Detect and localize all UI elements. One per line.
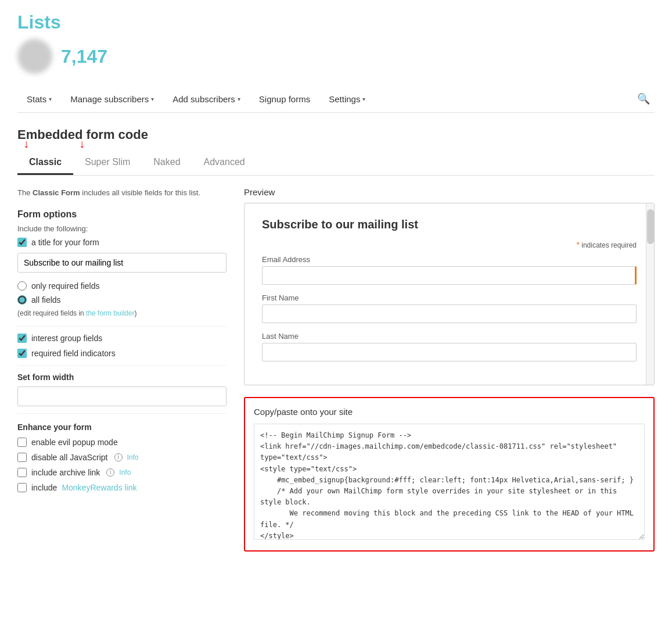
arrow-superslim-icon: ↓ bbox=[79, 137, 85, 151]
include-label: Include the following: bbox=[17, 224, 227, 233]
only-required-radio[interactable] bbox=[17, 281, 27, 291]
preview-box: Subscribe to our mailing list * indicate… bbox=[244, 203, 655, 385]
archive-link-label: include archive link bbox=[31, 468, 100, 477]
settings-arrow-icon: ▾ bbox=[362, 96, 365, 102]
email-preview-input[interactable] bbox=[262, 266, 637, 285]
archive-info-icon[interactable]: i bbox=[106, 468, 114, 477]
add-arrow-icon: ▾ bbox=[238, 96, 240, 102]
preview-form-title: Subscribe to our mailing list bbox=[262, 218, 637, 231]
required-indicators-row: required field indicators bbox=[17, 349, 227, 358]
nav-settings[interactable]: Settings ▾ bbox=[319, 87, 375, 111]
form-description: The Classic Form includes all visible fi… bbox=[17, 187, 227, 199]
divider-1 bbox=[17, 326, 227, 327]
page-title: Lists bbox=[17, 12, 655, 33]
stats-arrow-icon: ▾ bbox=[49, 96, 52, 102]
code-box: Copy/paste onto your site <!-- Begin Mai… bbox=[244, 397, 655, 552]
email-field-label: Email Address bbox=[262, 255, 637, 264]
preview-scrollbar bbox=[646, 203, 654, 385]
title-checkbox[interactable] bbox=[17, 238, 27, 247]
scrollbar-thumb[interactable] bbox=[647, 209, 654, 244]
form-title-input[interactable] bbox=[17, 253, 227, 273]
required-indicators-checkbox[interactable] bbox=[17, 349, 27, 358]
evil-popup-label: enable evil popup mode bbox=[31, 438, 118, 447]
interest-group-checkbox[interactable] bbox=[17, 334, 27, 343]
disable-js-info-text[interactable]: Info bbox=[127, 453, 139, 461]
monkey-rewards-label: include bbox=[31, 483, 57, 492]
only-required-label: only required fields bbox=[31, 281, 100, 291]
title-checkbox-row: a title for your form bbox=[17, 238, 227, 247]
lastname-preview-input[interactable] bbox=[262, 343, 637, 361]
nav-add-subscribers[interactable]: Add subscribers ▾ bbox=[163, 87, 250, 111]
section-title: Embedded form code bbox=[17, 127, 655, 142]
tab-super-slim[interactable]: ↓ Super Slim bbox=[73, 151, 142, 173]
nav-signup-forms[interactable]: Signup forms bbox=[250, 87, 319, 111]
disable-js-checkbox[interactable] bbox=[17, 453, 27, 462]
manage-arrow-icon: ▾ bbox=[151, 96, 154, 102]
form-builder-link[interactable]: the form builder bbox=[86, 309, 134, 317]
preview-label: Preview bbox=[244, 187, 655, 197]
tabs-bar: ↓ Classic ↓ Super Slim Naked Advanced bbox=[17, 151, 655, 176]
only-required-row: only required fields bbox=[17, 281, 227, 291]
archive-link-checkbox[interactable] bbox=[17, 468, 27, 477]
set-width-label: Set form width bbox=[17, 373, 227, 382]
all-fields-label: all fields bbox=[31, 295, 61, 305]
navigation: Stats ▾ Manage subscribers ▾ Add subscri… bbox=[17, 85, 655, 113]
evil-popup-row: enable evil popup mode bbox=[17, 438, 227, 447]
arrow-classic-icon: ↓ bbox=[23, 137, 29, 151]
field-display-options: only required fields all fields bbox=[17, 281, 227, 305]
edit-note: (edit required fields in the form builde… bbox=[17, 309, 227, 317]
disable-js-label: disable all JavaScript bbox=[31, 453, 108, 462]
divider-2 bbox=[17, 365, 227, 366]
disable-js-info-icon[interactable]: i bbox=[114, 453, 123, 461]
tab-advanced[interactable]: Advanced bbox=[192, 151, 257, 175]
right-panel: Preview Subscribe to our mailing list * … bbox=[244, 187, 655, 552]
code-textarea[interactable]: <!-- Begin MailChimp Signup Form --> <li… bbox=[254, 424, 645, 540]
disable-js-row: disable all JavaScript i Info bbox=[17, 453, 227, 462]
all-fields-row: all fields bbox=[17, 295, 227, 305]
nav-manage-subscribers[interactable]: Manage subscribers ▾ bbox=[61, 87, 163, 111]
form-options-heading: Form options bbox=[17, 209, 227, 220]
interest-group-row: interest group fields bbox=[17, 334, 227, 343]
monkey-rewards-row: include MonkeyRewards link bbox=[17, 483, 227, 492]
required-indicators-label: required field indicators bbox=[31, 349, 116, 358]
tab-classic[interactable]: ↓ Classic bbox=[17, 151, 73, 175]
required-note: * indicates required bbox=[262, 240, 637, 249]
code-box-title: Copy/paste onto your site bbox=[254, 407, 645, 417]
search-icon[interactable]: 🔍 bbox=[633, 85, 655, 112]
left-panel: The Classic Form includes all visible fi… bbox=[17, 187, 227, 552]
firstname-field-label: First Name bbox=[262, 293, 637, 302]
nav-stats[interactable]: Stats ▾ bbox=[17, 87, 61, 111]
enhance-label: Enhance your form bbox=[17, 423, 227, 432]
interest-group-label: interest group fields bbox=[31, 334, 102, 343]
evil-popup-checkbox[interactable] bbox=[17, 438, 27, 447]
archive-link-row: include archive link i Info bbox=[17, 468, 227, 477]
firstname-preview-input[interactable] bbox=[262, 305, 637, 323]
all-fields-radio[interactable] bbox=[17, 295, 27, 305]
avatar bbox=[17, 39, 52, 74]
lastname-field-label: Last Name bbox=[262, 332, 637, 341]
title-checkbox-label: a title for your form bbox=[31, 238, 99, 247]
form-width-input[interactable] bbox=[17, 386, 227, 406]
monkey-rewards-link[interactable]: MonkeyRewards link bbox=[62, 483, 136, 492]
monkey-rewards-checkbox[interactable] bbox=[17, 483, 27, 492]
archive-info-text[interactable]: Info bbox=[119, 468, 131, 477]
subscriber-count: 7,147 bbox=[61, 46, 107, 67]
divider-3 bbox=[17, 413, 227, 414]
tab-naked[interactable]: Naked bbox=[142, 151, 192, 175]
required-star: * bbox=[576, 240, 579, 249]
